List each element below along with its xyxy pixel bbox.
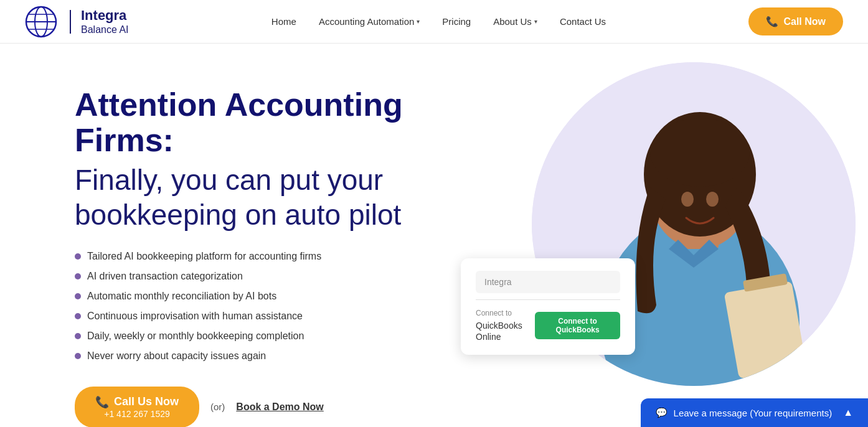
chat-label: Leave a message (Your requirements)	[674, 408, 833, 418]
nav-item-about[interactable]: About Us ▾	[493, 16, 537, 27]
or-separator: (or)	[210, 401, 225, 412]
ui-card-divider	[476, 299, 620, 300]
product-name: Balance AI	[81, 24, 129, 35]
bullet-dot	[75, 273, 81, 279]
connect-to-value: QuickBooks Online	[476, 321, 522, 342]
connect-to-label: Connect to	[476, 309, 535, 317]
logo-divider	[70, 10, 71, 34]
connect-to-quickbooks-button[interactable]: Connect to QuickBooks	[535, 312, 620, 339]
nav-link-about[interactable]: About Us ▾	[493, 16, 537, 27]
hero-right: Integra Connect to QuickBooks Online Con…	[498, 81, 843, 392]
hero-bullets: Tailored AI bookkeeping platform for acc…	[75, 251, 498, 362]
ui-card: Integra Connect to QuickBooks Online Con…	[461, 258, 635, 355]
svg-point-11	[681, 192, 694, 207]
chevron-down-icon-2: ▾	[534, 18, 537, 25]
hero-left: Attention Accounting Firms: Finally, you…	[75, 81, 498, 427]
navbar: Integra Balance AI Home Accounting Autom…	[0, 0, 868, 44]
phone-icon-2: 📞	[95, 395, 109, 409]
nav-item-home[interactable]: Home	[271, 16, 296, 27]
nav-link-contact[interactable]: Contact Us	[560, 16, 606, 27]
expand-icon: ▲	[843, 407, 853, 418]
ui-card-input: Integra	[476, 271, 620, 293]
logo-text: Integra Balance AI	[81, 7, 129, 36]
svg-point-12	[706, 192, 719, 207]
company-name: Integra	[81, 7, 129, 24]
nav-item-contact[interactable]: Contact Us	[560, 16, 606, 27]
hero-section: Attention Accounting Firms: Finally, you…	[0, 44, 868, 427]
list-item: Daily, weekly or monthly bookkeeping com…	[75, 331, 498, 342]
book-demo-link[interactable]: Book a Demo Now	[236, 401, 323, 413]
chat-icon: 💬	[656, 407, 668, 418]
nav-link-home[interactable]: Home	[271, 16, 296, 27]
hero-subtitle: Finally, you can put your bookkeeping on…	[75, 163, 498, 232]
logo-icon	[25, 6, 57, 38]
nav-item-accounting[interactable]: Accounting Automation ▾	[319, 16, 420, 27]
chat-widget[interactable]: 💬 Leave a message (Your requirements) ▲	[641, 398, 868, 427]
call-now-button[interactable]: 📞 Call Now	[748, 7, 843, 35]
bullet-dot	[75, 313, 81, 319]
bullet-dot	[75, 293, 81, 299]
chevron-down-icon: ▾	[417, 18, 420, 25]
bullet-dot	[75, 353, 81, 359]
list-item: Never worry about capacity issues again	[75, 350, 498, 362]
nav-links: Home Accounting Automation ▾ Pricing Abo…	[271, 16, 606, 27]
phone-icon: 📞	[766, 16, 778, 27]
call-number: +1 412 267 1529	[104, 409, 170, 419]
hero-title-bold: Attention Accounting Firms:	[75, 87, 498, 158]
call-us-now-button[interactable]: 📞 Call Us Now +1 412 267 1529	[75, 387, 199, 427]
svg-point-10	[650, 118, 750, 187]
ui-card-info: Connect to QuickBooks Online	[476, 309, 535, 342]
list-item: Automatic monthly reconciliation by AI b…	[75, 291, 498, 302]
list-item: Tailored AI bookkeeping platform for acc…	[75, 251, 498, 262]
nav-item-pricing[interactable]: Pricing	[442, 16, 471, 27]
nav-link-accounting[interactable]: Accounting Automation ▾	[319, 16, 420, 27]
logo-container: Integra Balance AI	[25, 6, 129, 38]
nav-link-pricing[interactable]: Pricing	[442, 16, 471, 27]
list-item: Continuous improvisation with human assi…	[75, 311, 498, 322]
bullet-dot	[75, 333, 81, 339]
call-us-label: 📞 Call Us Now	[95, 395, 179, 409]
bullet-dot	[75, 253, 81, 260]
hero-cta: 📞 Call Us Now +1 412 267 1529 (or) Book …	[75, 387, 498, 427]
ui-card-row: Connect to QuickBooks Online Connect to …	[476, 309, 620, 342]
list-item: AI driven transaction categorization	[75, 271, 498, 282]
